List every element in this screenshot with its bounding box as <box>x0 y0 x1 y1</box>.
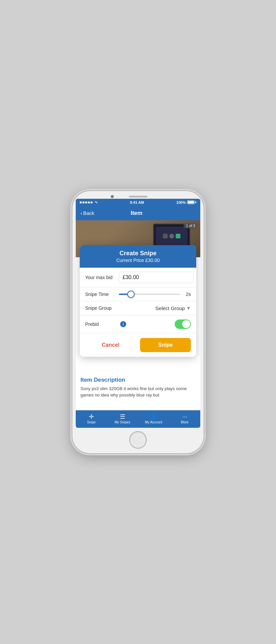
back-chevron: ‹ <box>80 210 82 216</box>
tv-screen <box>156 227 187 245</box>
content-area: 1 of 3 Create Snipe Current Price £30.00 <box>76 220 200 410</box>
status-right: 100% <box>176 200 196 204</box>
home-button[interactable] <box>129 431 147 449</box>
snipe-group-select[interactable]: Select Group ▼ <box>119 305 191 311</box>
status-bar: ∿ 9:41 AM 100% <box>76 199 200 206</box>
snipe-button[interactable]: Snipe <box>140 338 191 352</box>
earpiece <box>129 196 147 197</box>
tv-icon-3 <box>176 234 180 238</box>
snipe-group-value: Select Group <box>156 305 185 311</box>
toggle-thumb <box>182 320 190 328</box>
battery-fill <box>188 201 194 203</box>
snipe-group-label: Snipe Group <box>85 305 119 311</box>
snipe-group-row[interactable]: Snipe Group Select Group ▼ <box>80 301 196 315</box>
my-account-tab-icon: 👤 <box>150 414 157 420</box>
signal-dots <box>80 201 93 203</box>
battery-bar <box>187 200 195 204</box>
back-label: Back <box>83 210 94 216</box>
more-tab-icon: ··· <box>182 414 187 420</box>
modal-actions: Cancel Snipe <box>80 333 196 357</box>
tab-snipe[interactable]: ✛ Snipe <box>76 410 107 428</box>
wifi-icon: ∿ <box>95 200 98 204</box>
dot4 <box>88 201 90 203</box>
prebid-label: Prebid <box>85 321 119 327</box>
battery-percent: 100% <box>176 200 186 204</box>
tab-my-snipes[interactable]: ☰ My Snipes <box>107 410 138 428</box>
modal-body: Your max bid Snipe Time 2s <box>80 268 196 333</box>
tab-more[interactable]: ··· More <box>169 410 201 428</box>
my-account-tab-label: My Account <box>145 420 162 424</box>
snipe-tab-label: Snipe <box>87 420 96 424</box>
tab-my-account[interactable]: 👤 My Account <box>138 410 169 428</box>
camera-dot <box>111 195 114 198</box>
info-icon[interactable]: i <box>120 321 126 327</box>
description-title: Item Description <box>80 377 196 383</box>
battery-icon <box>187 200 196 204</box>
create-snipe-modal: Create Snipe Current Price £30.00 Your m… <box>80 245 196 357</box>
max-bid-label: Your max bid <box>85 275 119 280</box>
back-button[interactable]: ‹ Back <box>80 210 94 216</box>
nav-title: Item <box>94 210 179 217</box>
dot3 <box>85 201 87 203</box>
tv-icon-1 <box>163 234 168 238</box>
my-snipes-tab-label: My Snipes <box>114 420 130 424</box>
snipe-tab-icon: ✛ <box>89 414 94 420</box>
slider-thumb[interactable] <box>127 291 135 298</box>
modal-header: Create Snipe Current Price £30.00 <box>80 245 196 268</box>
image-counter: 1 of 3 <box>183 223 198 228</box>
battery-tip <box>195 201 196 203</box>
description-text: Sony ps3 slim 320GB it works fine but on… <box>80 385 196 399</box>
prebid-row: Prebid i <box>80 315 196 333</box>
dot5 <box>91 201 93 203</box>
more-tab-label: More <box>181 420 188 424</box>
cancel-button[interactable]: Cancel <box>85 338 136 352</box>
snipe-time-label: Snipe Time <box>85 292 119 297</box>
tv-icon-2 <box>169 234 174 238</box>
prebid-toggle[interactable] <box>175 319 191 329</box>
snipe-time-slider-container[interactable]: 2s <box>119 292 191 297</box>
prebid-info: Prebid i <box>85 321 126 327</box>
nav-bar: ‹ Back Item <box>76 206 200 220</box>
status-time: 9:41 AM <box>130 200 144 204</box>
max-bid-input[interactable] <box>119 272 194 283</box>
phone-frame: ∿ 9:41 AM 100% ‹ Back Item <box>72 191 204 453</box>
slider-value: 2s <box>183 292 191 297</box>
tab-bar: ✛ Snipe ☰ My Snipes 👤 My Account ··· Mor… <box>76 410 200 428</box>
modal-subtitle: Current Price £30.00 <box>85 258 191 263</box>
slider-track <box>119 294 180 295</box>
max-bid-row: Your max bid <box>80 268 196 288</box>
status-left: ∿ <box>80 200 98 204</box>
phone-screen: ∿ 9:41 AM 100% ‹ Back Item <box>76 199 200 428</box>
modal-title: Create Snipe <box>85 250 191 257</box>
dot2 <box>82 201 84 203</box>
modal-overlay: Create Snipe Current Price £30.00 Your m… <box>76 245 200 357</box>
my-snipes-tab-icon: ☰ <box>120 414 125 420</box>
snipe-time-row: Snipe Time 2s <box>80 288 196 301</box>
dropdown-arrow-icon: ▼ <box>186 305 191 311</box>
dot1 <box>80 201 82 203</box>
phone-top <box>76 196 200 197</box>
